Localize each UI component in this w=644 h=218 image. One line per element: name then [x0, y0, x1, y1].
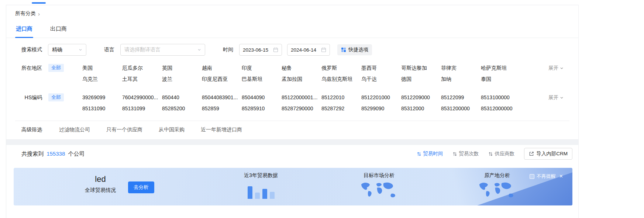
- advanced-filter-option[interactable]: 只有一个供应商: [106, 127, 142, 133]
- tab-item[interactable]: 进口商: [15, 21, 33, 38]
- importer-exporter-tabs: 进口商出口商: [6, 21, 578, 38]
- sort-option[interactable]: 贸易时间: [417, 150, 443, 157]
- count-prefix: 共搜索到: [21, 150, 44, 157]
- region-option[interactable]: 波兰: [162, 73, 202, 84]
- region-option[interactable]: 越南: [202, 62, 242, 73]
- region-option[interactable]: 乌克兰: [82, 73, 122, 84]
- origin-analysis-card-title: 原产地分析: [466, 172, 528, 179]
- hs-code-all-tag[interactable]: 全部: [48, 93, 64, 101]
- hs-code-option[interactable]: 39269099: [82, 92, 122, 103]
- hs-code-option[interactable]: 8512209000: [401, 92, 441, 103]
- sort-arrows-icon: [488, 152, 493, 156]
- promo-banner: led 全球贸易情况 去分析 近3年贸易数据 目标市场分析: [14, 168, 572, 205]
- region-option[interactable]: 孟加拉国: [282, 73, 321, 84]
- region-option[interactable]: 英国: [162, 62, 202, 73]
- hs-code-option[interactable]: 85285910: [242, 103, 282, 114]
- advanced-filter-option[interactable]: 近一年新增进口商: [201, 127, 242, 133]
- sort-option-label: 贸易次数: [459, 150, 479, 157]
- chevron-right-icon: ›: [38, 11, 40, 17]
- count-suffix: 个公司: [68, 150, 85, 157]
- region-option[interactable]: 哈萨克斯坦: [481, 62, 521, 73]
- sort-option-label: 供应商数: [495, 150, 514, 157]
- search-keyword: led: [76, 174, 124, 184]
- section-gap: [6, 140, 578, 145]
- region-option[interactable]: 乌兹别克斯坦: [321, 73, 361, 84]
- sort-option[interactable]: 供应商数: [488, 150, 514, 157]
- end-date-input[interactable]: 2024-06-14: [287, 44, 330, 56]
- region-option[interactable]: 美国: [82, 62, 122, 73]
- search-mode-select[interactable]: 精确: [48, 44, 86, 56]
- sort-option-label: 贸易时间: [423, 150, 443, 157]
- region-option[interactable]: 印度尼西亚: [202, 73, 242, 84]
- region-option[interactable]: 印度: [242, 62, 282, 73]
- start-date-input[interactable]: 2023-06-15: [239, 44, 282, 56]
- hs-code-option[interactable]: 85312000: [401, 103, 441, 114]
- region-option[interactable]: 乌干达: [361, 73, 401, 84]
- region-option[interactable]: 加纳: [441, 73, 481, 84]
- filter-panel: 所有分类 › 进口商出口商 搜索模式 精确 语言 请选择翻译语言 时间 2023…: [6, 5, 578, 140]
- hs-code-option[interactable]: 85122010: [321, 92, 361, 103]
- world-map-icon: [466, 181, 528, 200]
- hs-code-option[interactable]: 85131099: [122, 103, 162, 114]
- region-option[interactable]: 墨西哥: [361, 62, 401, 73]
- hs-code-option[interactable]: 850440: [162, 92, 202, 103]
- dismiss-checkbox[interactable]: [530, 174, 534, 179]
- hs-code-option[interactable]: 76042990000...: [122, 92, 162, 103]
- breadcrumb-row: 所有分类 ›: [6, 5, 578, 21]
- hs-code-option[interactable]: 8513100000: [481, 92, 521, 103]
- region-option[interactable]: 俄罗斯: [321, 62, 361, 73]
- hs-code-option[interactable]: 85285200: [162, 103, 202, 114]
- advanced-filter-option[interactable]: 过滤物流公司: [59, 127, 90, 133]
- hs-code-option[interactable]: 85287290000: [282, 103, 321, 114]
- region-label: 所在地区: [21, 62, 42, 73]
- cropped-active-tab-indicator: [32, 2, 46, 4]
- sort-option[interactable]: 贸易次数: [452, 150, 479, 157]
- time-label: 时间: [223, 46, 233, 53]
- region-option[interactable]: 土耳其: [122, 73, 162, 84]
- hs-code-option[interactable]: 85299090: [361, 103, 401, 114]
- region-option[interactable]: 厄瓜多尔: [122, 62, 162, 73]
- region-option[interactable]: 巴基斯坦: [242, 73, 282, 84]
- hs-code-label: HS编码: [21, 92, 42, 103]
- import-crm-button[interactable]: 导入内部CRM: [524, 148, 572, 160]
- keyword-subtitle: 全球贸易情况: [76, 187, 124, 194]
- sort-options: 贸易时间 贸易次数 供应商数: [417, 150, 514, 157]
- region-expand-link[interactable]: 展开: [548, 65, 564, 72]
- hs-code-option[interactable]: 85131090: [82, 103, 122, 114]
- breadcrumb[interactable]: 所有分类 ›: [15, 10, 40, 17]
- language-label: 语言: [104, 46, 114, 53]
- world-map-icon: [348, 181, 410, 200]
- region-option[interactable]: 哥斯达黎加: [401, 62, 441, 73]
- hs-code-option[interactable]: 85287292: [321, 103, 361, 114]
- trade-data-card-title: 近3年贸易数据: [230, 172, 292, 179]
- tab-item[interactable]: 出口商: [49, 21, 68, 38]
- hs-code-expand-link[interactable]: 展开: [548, 94, 564, 101]
- language-select[interactable]: 请选择翻译语言: [120, 44, 205, 56]
- hs-code-option[interactable]: 85044083901...: [202, 92, 242, 103]
- analyze-button[interactable]: 去分析: [128, 181, 154, 193]
- hs-code-option[interactable]: 8512201000: [361, 92, 401, 103]
- breadcrumb-label: 所有分类: [15, 10, 36, 17]
- hs-code-option[interactable]: 85312000000: [481, 103, 521, 114]
- hs-code-option[interactable]: 852859: [202, 103, 242, 114]
- region-option[interactable]: 菲律宾: [441, 62, 481, 73]
- region-option[interactable]: 秘鲁: [282, 62, 321, 73]
- quick-options-button[interactable]: 快捷选项: [337, 44, 372, 55]
- chevron-down-icon: [560, 96, 564, 100]
- region-option[interactable]: 德国: [401, 73, 441, 84]
- region-option[interactable]: 泰国: [481, 73, 521, 84]
- region-filter-row: 所在地区 全部 美国厄瓜多尔英国越南印度秘鲁俄罗斯墨西哥哥斯达黎加菲律宾哈萨克斯…: [6, 59, 578, 88]
- advanced-filter-option[interactable]: 从中国采购: [159, 127, 185, 133]
- calendar-icon: [273, 47, 278, 52]
- dismiss-control: 不再提醒 ×: [530, 173, 563, 180]
- grid-icon: [341, 47, 346, 52]
- end-date-value: 2024-06-14: [291, 47, 316, 53]
- chevron-down-icon: [560, 66, 564, 70]
- advanced-filter-options: 过滤物流公司只有一个供应商从中国采购近一年新增进口商: [59, 127, 242, 133]
- region-all-tag[interactable]: 全部: [48, 64, 64, 72]
- hs-code-option[interactable]: 85122099: [441, 92, 481, 103]
- hs-code-option[interactable]: 85122000001...: [282, 92, 321, 103]
- hs-code-option[interactable]: 85044090: [242, 92, 282, 103]
- close-icon[interactable]: ×: [559, 173, 563, 179]
- hs-code-option[interactable]: 8531200000: [441, 103, 481, 114]
